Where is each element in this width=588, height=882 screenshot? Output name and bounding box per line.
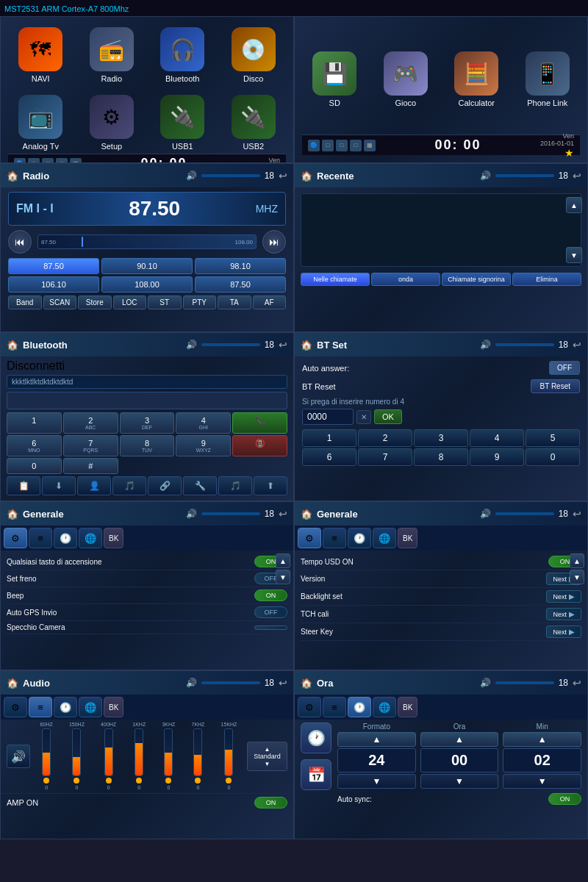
gen-tab-globe[interactable]: 🌐 — [79, 528, 102, 548]
scroll-up-gr[interactable]: ▲ — [570, 553, 584, 568]
ora-down[interactable]: ▼ — [420, 774, 499, 789]
scroll-up-gl[interactable]: ▲ — [276, 553, 290, 568]
app-radio[interactable]: 📻 Radio — [79, 24, 145, 86]
next-btn-backlight[interactable]: Next▶ — [546, 590, 581, 603]
next-btn-steer[interactable]: Next▶ — [546, 625, 581, 638]
store-btn[interactable]: Store — [78, 295, 112, 309]
back-icon-or[interactable]: ↩ — [573, 677, 581, 689]
bt-key-6[interactable]: 6MNO — [7, 435, 62, 456]
eq-slider-6[interactable] — [224, 728, 233, 776]
setting-toggle-4[interactable] — [254, 625, 287, 630]
min-down[interactable]: ▼ — [503, 774, 581, 789]
ta-btn[interactable]: TA — [218, 295, 251, 309]
bt-key-0[interactable]: 0 — [7, 458, 62, 474]
btset-num-6[interactable]: 6 — [302, 448, 356, 466]
app-usb2[interactable]: 🔌 USB2 — [221, 92, 287, 154]
audio-tab-eq[interactable]: ≡ — [29, 697, 52, 717]
bt-action-8[interactable]: ⬆ — [254, 476, 287, 495]
btset-num-7[interactable]: 7 — [358, 448, 412, 466]
volume-slider-or[interactable] — [495, 681, 554, 684]
bt-key-3[interactable]: 3DEF — [120, 412, 175, 434]
volume-slider-gr[interactable] — [495, 512, 554, 515]
eq-slider-1[interactable] — [72, 728, 81, 776]
volume-slider-r[interactable] — [495, 174, 554, 177]
gen-tab-settings[interactable]: ⚙ — [4, 528, 27, 548]
pty-btn[interactable]: PTY — [183, 295, 217, 309]
bt-key-2[interactable]: 2ABC — [63, 412, 118, 434]
back-icon-bt[interactable]: ↩ — [279, 339, 287, 351]
scroll-down-btn[interactable]: ▼ — [566, 247, 582, 263]
setting-toggle-2[interactable]: ON — [254, 589, 287, 601]
bt-action-3[interactable]: 👤 — [77, 476, 111, 495]
eq-slider-4[interactable] — [164, 728, 173, 776]
bt-action-7[interactable]: 🎵 — [218, 476, 252, 495]
bt-action-5[interactable]: 🔗 — [148, 476, 182, 495]
app-gioco[interactable]: 🎮 Gioco — [373, 49, 439, 110]
preset-2[interactable]: 98.10 — [195, 258, 286, 274]
seek-progress[interactable]: 87.50 108.00 — [37, 234, 257, 249]
back-icon-gr[interactable]: ↩ — [573, 508, 581, 520]
next-btn-tch[interactable]: Next▶ — [546, 608, 581, 620]
btset-num-4[interactable]: 4 — [470, 429, 524, 447]
back-icon-au[interactable]: ↩ — [279, 677, 287, 689]
preset-3[interactable]: 106.10 — [8, 276, 99, 293]
bt-key-endcall[interactable]: 📵 — [232, 435, 287, 456]
ora-tab-eq[interactable]: ≡ — [323, 697, 346, 717]
back-icon-r[interactable]: ↩ — [573, 170, 581, 182]
gen-tab-clock[interactable]: 🕐 — [54, 528, 77, 548]
seek-next-btn[interactable]: ⏭ — [262, 230, 286, 254]
btset-num-8[interactable]: 8 — [414, 448, 468, 466]
bt-key-call[interactable]: 📞 — [232, 412, 287, 434]
audio-tab-globe[interactable]: 🌐 — [79, 697, 102, 717]
volume-slider-gl[interactable] — [201, 512, 260, 515]
app-analogtv[interactable]: 📺 Analog Tv — [8, 92, 74, 154]
app-setup[interactable]: ⚙ Setup — [79, 92, 145, 154]
seek-prev-btn[interactable]: ⏮ — [8, 230, 32, 254]
app-navi[interactable]: 🗺 NAVI — [8, 24, 74, 86]
pin-ok-btn[interactable]: OK — [374, 409, 402, 424]
eq-slider-5[interactable] — [193, 728, 202, 776]
gen-tab-bk[interactable]: BK — [104, 528, 123, 548]
eq-preset-btn[interactable]: ▲Standard▼ — [247, 742, 287, 771]
pin-clear-btn[interactable]: ✕ — [356, 410, 371, 424]
tab-chiamate-signorina[interactable]: Chiamate signorina — [442, 273, 511, 286]
gen-tab-bk-r[interactable]: BK — [398, 528, 417, 548]
auto-answer-toggle[interactable]: OFF — [549, 361, 580, 375]
amp-toggle[interactable]: ON — [254, 797, 287, 808]
app-bluetooth[interactable]: 🎧 Bluetooth — [150, 24, 215, 86]
volume-slider-bts[interactable] — [495, 343, 554, 346]
bt-key-9[interactable]: 9WXYZ — [176, 435, 231, 456]
eq-slider-2[interactable] — [104, 728, 113, 776]
bt-reset-btn[interactable]: BT Reset — [531, 379, 581, 393]
af-btn[interactable]: AF — [253, 295, 287, 309]
bt-action-2[interactable]: ⬇ — [42, 476, 76, 495]
preset-1[interactable]: 90.10 — [101, 258, 193, 274]
tab-nelle-chiamate[interactable]: Nelle chiamate — [301, 273, 370, 286]
back-icon[interactable]: ↩ — [279, 170, 287, 182]
app-usb1[interactable]: 🔌 USB1 — [150, 92, 215, 154]
bt-key-hash[interactable]: # — [63, 458, 118, 474]
btset-num-5[interactable]: 5 — [526, 429, 580, 447]
volume-slider-bt[interactable] — [201, 343, 260, 346]
ora-calendar-icon-btn[interactable]: 📅 — [301, 759, 331, 790]
back-icon-bts[interactable]: ↩ — [573, 339, 581, 351]
eq-slider-3[interactable] — [135, 728, 143, 776]
bt-key-4[interactable]: 4GHI — [176, 412, 231, 434]
btset-num-3[interactable]: 3 — [414, 429, 468, 447]
audio-tab-settings[interactable]: ⚙ — [4, 697, 27, 717]
ora-tab-clock[interactable]: 🕐 — [348, 697, 371, 717]
bt-action-4[interactable]: 🎵 — [112, 476, 146, 495]
tab-elimina[interactable]: Elimina — [512, 273, 581, 286]
ora-clock-icon-btn[interactable]: 🕐 — [301, 723, 331, 753]
bt-action-1[interactable]: 📋 — [7, 476, 40, 495]
btset-num-9[interactable]: 9 — [470, 448, 524, 466]
formato-down[interactable]: ▼ — [337, 774, 416, 789]
bt-key-7[interactable]: 7PQRS — [63, 435, 118, 456]
audio-tab-clock[interactable]: 🕐 — [54, 697, 77, 717]
bt-key-1[interactable]: 1 — [7, 412, 62, 434]
volume-slider[interactable] — [201, 174, 260, 177]
preset-0[interactable]: 87.50 — [8, 258, 99, 274]
audio-tab-bk[interactable]: BK — [104, 697, 123, 717]
min-up[interactable]: ▲ — [503, 732, 581, 747]
ora-tab-bk[interactable]: BK — [398, 697, 417, 717]
